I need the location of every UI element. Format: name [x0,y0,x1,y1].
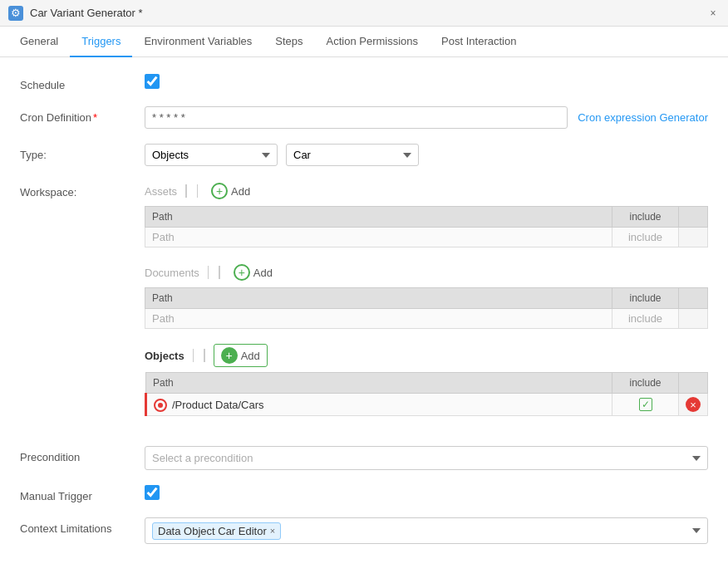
tab-triggers[interactable]: Triggers [70,27,132,57]
type-label: Type: [20,144,145,161]
assets-empty-row: Path include [145,228,708,247]
context-limitations-control: Data Object Car Editor × [145,517,708,544]
documents-path-cell: Path [145,309,612,329]
documents-add-label: Add [253,267,273,279]
objects-path-value: /Product Data/Cars [172,399,264,411]
title-bar: ⚙ Car Variant Generator * × [0,0,728,27]
schedule-label: Schedule [20,74,145,91]
manual-trigger-label: Manual Trigger [20,485,145,502]
assets-header: Assets + Add [145,181,708,201]
documents-label: Documents [145,267,199,279]
precondition-row: Precondition Select a precondition [20,446,708,470]
schedule-row: Schedule [20,74,708,91]
assets-add-button[interactable]: + Add [206,181,255,201]
type-control: Objects Assets Documents Car Vehicle Pro… [145,144,708,166]
documents-group: Documents + Add Path include [145,262,708,329]
objects-delete-button[interactable]: × [686,397,701,412]
assets-divider2 [197,184,199,198]
cron-definition-row: Cron Definition* Cron expression Generat… [20,106,708,129]
window-title: Car Variant Generator * [30,7,143,19]
cron-generator-link[interactable]: Cron expression Generator [578,111,708,124]
objects-header: Objects + Add [145,344,708,367]
objects-group: Objects + Add Path include [145,344,708,416]
type-row: Type: Objects Assets Documents Car Vehic… [20,144,708,166]
documents-add-button[interactable]: + Add [229,262,278,282]
context-tag-remove[interactable]: × [270,526,275,536]
documents-table: Path include Path include [145,287,708,329]
workspace-label: Workspace: [20,181,145,198]
target-icon [154,399,167,412]
assets-group: Assets + Add Path include [145,181,708,247]
objects-table: Path include /Product Data/Cars [145,372,708,416]
tab-action-permissions[interactable]: Action Permissions [315,27,430,57]
close-button[interactable]: × [706,7,720,20]
manual-trigger-checkbox[interactable] [145,485,160,500]
documents-action-header [679,288,708,309]
documents-empty-row: Path include [145,309,708,329]
tab-bar: General Triggers Environment Variables S… [0,27,728,57]
content-area: Schedule Cron Definition* Cron expressio… [0,57,728,584]
assets-add-icon: + [211,183,228,199]
include-checkbox-icon: ✓ [639,398,652,411]
context-limitations-row: Context Limitations Data Object Car Edit… [20,517,708,544]
assets-action-header [679,207,708,228]
context-tag-container[interactable]: Data Object Car Editor × [145,517,708,544]
objects-include-cell[interactable]: ✓ [612,394,679,416]
assets-include-header: include [612,207,679,228]
objects-add-label: Add [241,350,260,362]
assets-table: Path include Path include [145,206,708,247]
documents-divider [208,266,209,279]
tab-environment-variables[interactable]: Environment Variables [132,27,263,57]
assets-add-label: Add [231,185,250,198]
context-limitations-label: Context Limitations [20,517,145,535]
documents-add-icon: + [234,264,250,281]
objects-include-header: include [612,373,679,394]
type-select[interactable]: Objects Assets Documents [145,144,278,166]
documents-divider2 [219,266,220,279]
documents-include-cell: include [612,309,679,329]
objects-path-header: Path [146,373,612,394]
context-tag-0: Data Object Car Editor × [152,522,281,540]
assets-path-header: Path [145,207,612,228]
schedule-checkbox[interactable] [145,74,160,89]
assets-path-cell: Path [145,228,612,247]
precondition-control: Select a precondition [145,446,708,470]
workspace-control: Assets + Add Path include [145,181,708,431]
type-sub-select[interactable]: Car Vehicle Product [286,144,419,166]
assets-include-cell: include [612,228,679,247]
cron-input[interactable] [145,106,568,129]
objects-add-icon: + [221,347,238,364]
schedule-control [145,74,708,91]
precondition-select[interactable]: Select a precondition [145,446,708,470]
workspace-row: Workspace: Assets + Add Path [20,181,708,431]
objects-action-header [679,373,708,394]
objects-divider [193,349,194,362]
documents-header: Documents + Add [145,262,708,282]
assets-action-cell [679,228,708,247]
manual-trigger-row: Manual Trigger [20,485,708,502]
cron-definition-label: Cron Definition* [20,106,145,124]
tab-post-interaction[interactable]: Post Interaction [430,27,528,57]
documents-action-cell [679,309,708,329]
app-icon: ⚙ [8,6,23,21]
manual-trigger-control [145,485,708,502]
objects-divider2 [204,349,205,362]
objects-path-cell: /Product Data/Cars [146,394,612,416]
documents-include-header: include [612,288,679,309]
assets-divider [185,184,187,198]
context-tag-label: Data Object Car Editor [158,525,267,537]
assets-label: Assets [145,185,177,198]
objects-action-cell: × [679,394,708,416]
objects-data-row: /Product Data/Cars ✓ × [146,394,708,416]
objects-add-button[interactable]: + Add [214,344,268,367]
tab-steps[interactable]: Steps [263,27,314,57]
precondition-label: Precondition [20,446,145,463]
objects-label: Objects [145,350,184,362]
cron-definition-control: Cron expression Generator [145,106,708,129]
documents-path-header: Path [145,288,612,309]
tab-general[interactable]: General [8,27,70,57]
